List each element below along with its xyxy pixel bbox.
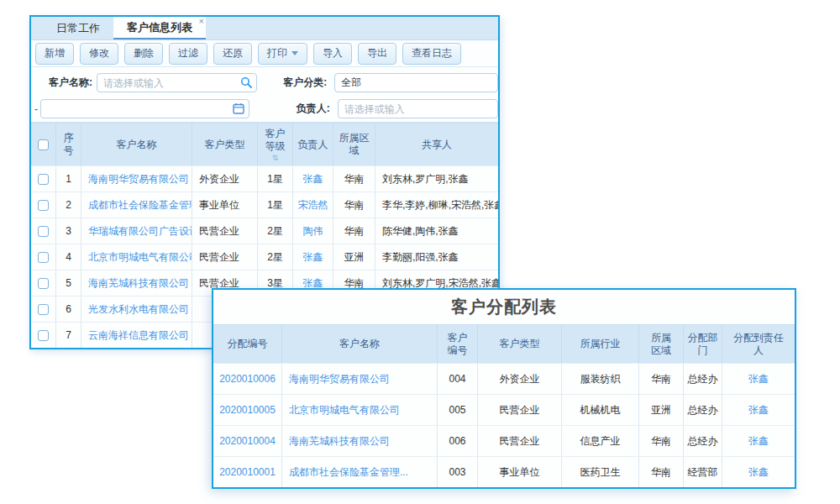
- header-customer-level[interactable]: 客户等级: [258, 123, 293, 165]
- delete-button[interactable]: 删除: [124, 43, 163, 65]
- customer-type: 民营企业: [478, 426, 562, 456]
- customer-type: 事业单位: [192, 192, 258, 218]
- row-checkbox[interactable]: [38, 226, 49, 237]
- customer-name-link[interactable]: 海南明华贸易有限公司: [81, 166, 192, 192]
- tab-label: 客户信息列表: [127, 20, 192, 35]
- row-checkbox[interactable]: [38, 200, 49, 211]
- department: 总经办: [684, 426, 722, 456]
- alloc-no-link[interactable]: 2020010005: [213, 395, 282, 425]
- add-button[interactable]: 新增: [35, 43, 74, 65]
- region: 华南: [333, 218, 375, 244]
- customer-name-link[interactable]: 云南海祥信息有限公司: [81, 323, 192, 348]
- export-button[interactable]: 导出: [358, 43, 396, 65]
- header-alloc-no: 分配编号: [213, 325, 282, 363]
- assignee-link[interactable]: 张鑫: [722, 364, 795, 394]
- alloc-no-link[interactable]: 2020010006: [213, 364, 282, 394]
- header-industry: 所属行业: [562, 325, 639, 363]
- region: 华南: [333, 192, 375, 218]
- allocation-row[interactable]: 2020010005 北京市明城电气有限公司 005 民营企业 机械机电 亚洲 …: [213, 394, 795, 425]
- assignee-link[interactable]: 张鑫: [722, 395, 795, 425]
- industry: 信息产业: [562, 426, 639, 456]
- row-index: 4: [56, 244, 81, 270]
- tab-daily-work[interactable]: 日常工作: [43, 17, 113, 39]
- search-icon[interactable]: [240, 76, 252, 88]
- customer-name-label: 客户名称:: [31, 76, 95, 90]
- customer-name-link[interactable]: 海南芜城科技有限公司: [81, 270, 192, 296]
- owner-link[interactable]: 张鑫: [293, 244, 333, 270]
- allocation-list-title: 客户分配列表: [213, 290, 795, 324]
- alloc-no-link[interactable]: 2020010004: [213, 426, 282, 456]
- region: 亚洲: [333, 244, 375, 270]
- filter-button[interactable]: 过滤: [169, 43, 207, 65]
- customer-name-link[interactable]: 北京市明城电气有限公司: [81, 244, 192, 270]
- customer-name-input[interactable]: [97, 73, 257, 92]
- customer-name-link[interactable]: 海南芜城科技有限公司: [282, 426, 438, 456]
- customer-row[interactable]: 3 华瑞城有限公司广告设计部 民营企业 2星 陶伟 华南 陈华健,陶伟,张鑫: [31, 218, 498, 244]
- owner-link[interactable]: 宋浩然: [293, 192, 333, 218]
- region: 华南: [639, 457, 684, 487]
- industry: 机械机电: [562, 395, 639, 425]
- customer-no: 005: [438, 395, 478, 425]
- customer-type: 事业单位: [478, 457, 562, 487]
- row-checkbox[interactable]: [38, 330, 49, 341]
- customer-name-link[interactable]: 北京市明城电气有限公司: [282, 395, 438, 425]
- department: 总经办: [684, 364, 722, 394]
- industry: 医药卫生: [562, 457, 639, 487]
- allocation-table: 分配编号 客户名称 客户编号 客户类型 所属行业 所属区域 分配部门 分配到责任…: [213, 324, 795, 487]
- customer-name-link[interactable]: 成都市社会保险基金管理...: [282, 457, 438, 487]
- calendar-icon[interactable]: [233, 102, 244, 114]
- customer-level: 2星: [258, 244, 293, 270]
- header-shared: 共享人: [375, 123, 498, 165]
- customer-name-link[interactable]: 光发水利水电有限公司: [81, 297, 192, 322]
- tab-customer-info-list[interactable]: 客户信息列表: [113, 17, 206, 39]
- customer-name-link[interactable]: 华瑞城有限公司广告设计部: [81, 218, 192, 244]
- shared-persons: 李勤丽,阳强,张鑫: [375, 244, 498, 270]
- table-header-row: 分配编号 客户名称 客户编号 客户类型 所属行业 所属区域 分配部门 分配到责任…: [213, 324, 795, 363]
- customer-no: 006: [438, 426, 478, 456]
- header-owner: 负责人: [293, 123, 333, 165]
- row-checkbox[interactable]: [38, 278, 49, 289]
- customer-name-link[interactable]: 成都市社会保险基金管理...: [81, 192, 192, 218]
- table-body: 2020010006 海南明华贸易有限公司 004 外资企业 服装纺织 华南 总…: [213, 363, 795, 487]
- customer-row[interactable]: 4 北京市明城电气有限公司 民营企业 2星 张鑫 亚洲 李勤丽,阳强,张鑫: [31, 244, 498, 270]
- row-checkbox[interactable]: [38, 304, 49, 315]
- header-customer-type: 客户类型: [478, 325, 562, 363]
- view-log-button[interactable]: 查看日志: [402, 43, 461, 65]
- date-input[interactable]: [40, 99, 249, 118]
- customer-name-link[interactable]: 海南明华贸易有限公司: [282, 364, 438, 394]
- header-customer-name: 客户名称: [81, 123, 192, 165]
- row-index: 5: [56, 270, 81, 296]
- customer-category-select[interactable]: [334, 73, 498, 92]
- alloc-no-link[interactable]: 2020010001: [213, 457, 282, 487]
- customer-type: 民营企业: [192, 244, 258, 270]
- allocation-row[interactable]: 2020010004 海南芜城科技有限公司 006 民营企业 信息产业 华南 总…: [213, 425, 795, 456]
- region: 华南: [639, 426, 684, 456]
- restore-button[interactable]: 还原: [213, 43, 252, 65]
- select-all-checkbox[interactable]: [38, 139, 49, 150]
- owner-input[interactable]: [338, 99, 498, 118]
- toolbar: 新增 修改 删除 过滤 还原 打印 导入 导出 查看日志: [31, 40, 498, 67]
- customer-allocation-panel: 客户分配列表 分配编号 客户名称 客户编号 客户类型 所属行业 所属区域 分配部…: [212, 288, 796, 489]
- tab-close-icon[interactable]: [199, 17, 204, 26]
- header-customer-no: 客户编号: [438, 325, 478, 363]
- row-index: 1: [56, 166, 81, 192]
- customer-type: 民营企业: [478, 395, 562, 425]
- allocation-row[interactable]: 2020010006 海南明华贸易有限公司 004 外资企业 服装纺织 华南 总…: [213, 363, 795, 394]
- assignee-link[interactable]: 张鑫: [722, 457, 795, 487]
- row-checkbox[interactable]: [38, 174, 49, 185]
- customer-row[interactable]: 1 海南明华贸易有限公司 外资企业 1星 张鑫 华南 刘东林,罗广明,张鑫: [31, 165, 498, 192]
- owner-link[interactable]: 张鑫: [293, 166, 333, 192]
- allocation-row[interactable]: 2020010001 成都市社会保险基金管理... 003 事业单位 医药卫生 …: [213, 456, 795, 487]
- assignee-link[interactable]: 张鑫: [722, 426, 795, 456]
- shared-persons: 刘东林,罗广明,张鑫: [375, 166, 498, 192]
- owner-link[interactable]: 陶伟: [293, 218, 333, 244]
- customer-row[interactable]: 2 成都市社会保险基金管理... 事业单位 1星 宋浩然 华南 李华,李婷,柳琳…: [31, 192, 498, 218]
- import-button[interactable]: 导入: [313, 43, 352, 65]
- print-button[interactable]: 打印: [258, 43, 307, 65]
- header-customer-type: 客户类型: [192, 123, 258, 165]
- edit-button[interactable]: 修改: [80, 43, 118, 65]
- date-range-dash: -: [31, 103, 39, 115]
- row-checkbox[interactable]: [38, 252, 49, 263]
- sort-icon[interactable]: [272, 155, 279, 162]
- header-assignee: 分配到责任人: [722, 325, 795, 363]
